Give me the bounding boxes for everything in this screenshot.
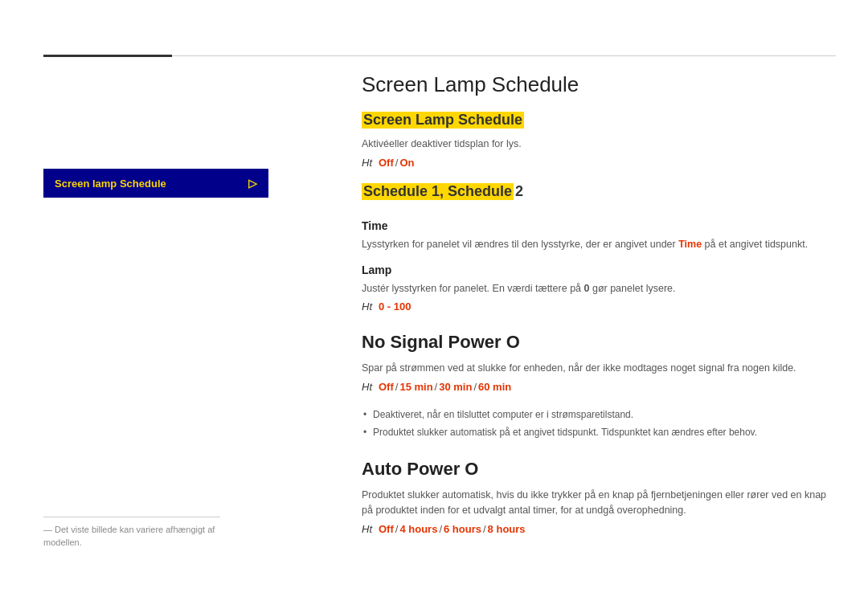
top-bar — [43, 55, 836, 57]
schedule-1-2-title-highlighted: Schedule 1, Schedule — [362, 183, 514, 200]
schedule-2-number: 2 — [514, 183, 525, 200]
screen-lamp-schedule-title-text: Screen Lamp Schedule — [363, 112, 522, 128]
page-title: Screen Lamp Schedule — [362, 72, 836, 97]
lamp-range: 0 - 100 — [379, 300, 411, 313]
auto-power-4h: 4 hours — [399, 523, 437, 535]
auto-power-ht-row: Ht Off / 4 hours / 6 hours / 8 hours — [362, 523, 836, 535]
sidebar-item-screen-lamp[interactable]: Screen lamp Schedule ▷ — [43, 169, 268, 198]
auto-power-ht-label: Ht — [362, 523, 372, 535]
screen-lamp-ht-row: Ht Off / On — [362, 157, 836, 169]
auto-power-6h: 6 hours — [444, 523, 481, 535]
sidebar: Screen lamp Schedule ▷ — [43, 80, 268, 198]
lamp-ht-label: Ht — [362, 300, 372, 313]
auto-power-desc: Produktet slukker automatisk, hvis du ik… — [362, 488, 836, 518]
no-signal-bullet-1: Deaktiveret, når en tilsluttet computer … — [373, 407, 836, 422]
auto-power-8h: 8 hours — [488, 523, 526, 535]
screen-lamp-schedule-desc: Aktivéeller deaktiver tidsplan for lys. — [362, 137, 836, 152]
no-signal-ht-label: Ht — [362, 381, 372, 393]
sidebar-note: ― Det viste billede kan variere afhængig… — [43, 517, 220, 549]
auto-power-section: Auto Power O Produktet slukker automatis… — [362, 459, 836, 535]
time-desc: Lysstyrken for panelet vil ændres til de… — [362, 237, 836, 252]
no-signal-60min: 60 min — [478, 381, 511, 393]
time-subtitle: Time — [362, 219, 836, 232]
main-content: Screen Lamp Schedule Screen Lamp Schedul… — [362, 72, 836, 581]
lamp-subtitle: Lamp — [362, 264, 836, 276]
sidebar-note-text: ― Det viste billede kan variere afhængig… — [43, 524, 220, 549]
sidebar-note-divider — [43, 517, 220, 517]
auto-power-title: Auto Power O — [362, 459, 836, 480]
no-signal-power-section: No Signal Power O Spar på strømmen ved a… — [362, 332, 836, 439]
time-subsection: Time Lysstyrken for panelet vil ændres t… — [362, 219, 836, 252]
sidebar-item-label: Screen lamp Schedule — [55, 178, 166, 190]
top-bar-left-line — [43, 55, 172, 57]
lamp-desc: Justér lysstyrken for panelet. En værdi … — [362, 281, 836, 296]
top-bar-right-line — [172, 55, 836, 56]
no-signal-bullet-2: Produktet slukker automatisk på et angiv… — [373, 425, 836, 439]
no-signal-ht-row: Ht Off / 15 min / 30 min / 60 min — [362, 381, 836, 393]
no-signal-15min: 15 min — [399, 381, 432, 393]
screen-lamp-off: Off — [379, 157, 394, 169]
no-signal-30min: 30 min — [439, 381, 472, 393]
screen-lamp-on: On — [399, 157, 414, 169]
lamp-ht-row: Ht 0 - 100 — [362, 300, 836, 313]
sidebar-item-icon: ▷ — [248, 177, 257, 190]
no-signal-desc: Spar på strømmen ved at slukke for enhed… — [362, 361, 836, 376]
schedule-1-2-section: Schedule 1, Schedule 2 Time Lysstyrken f… — [362, 183, 836, 313]
screen-lamp-schedule-title: Screen Lamp Schedule — [362, 112, 524, 129]
screen-lamp-ht-label: Ht — [362, 157, 372, 169]
screen-lamp-sep1: / — [395, 157, 399, 169]
schedule-1-2-header: Schedule 1, Schedule 2 — [362, 183, 836, 208]
screen-lamp-schedule-section: Screen Lamp Schedule Aktivéeller deaktiv… — [362, 112, 836, 169]
lamp-subsection: Lamp Justér lysstyrken for panelet. En v… — [362, 264, 836, 313]
no-signal-title: No Signal Power O — [362, 332, 836, 353]
auto-power-off: Off — [379, 523, 394, 535]
no-signal-off: Off — [379, 381, 394, 393]
